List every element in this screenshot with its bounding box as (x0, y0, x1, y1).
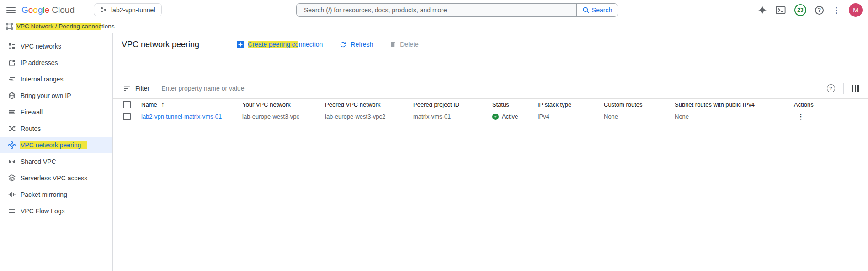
sidebar-item-routes[interactable]: Routes (0, 120, 112, 137)
firewall-icon (8, 108, 16, 116)
breadcrumb-current-rest: tions (101, 23, 115, 30)
sidebar-item-firewall[interactable]: Firewall (0, 104, 112, 120)
user-avatar[interactable]: M (849, 3, 863, 17)
breadcrumb-link-vpc-network[interactable]: VPC Network (16, 23, 53, 30)
sidebar-item-label: Shared VPC (21, 158, 56, 165)
help-glyph: ? (829, 86, 832, 91)
search-button[interactable]: Search (576, 4, 618, 16)
table-filter-bar: Filter ? (113, 78, 868, 99)
refresh-icon (339, 41, 347, 49)
search-input[interactable] (297, 4, 576, 16)
delete-label: Delete (400, 41, 418, 48)
sidebar-item-vpc-flow-logs[interactable]: VPC Flow Logs (0, 203, 112, 219)
trash-icon (389, 41, 396, 48)
column-display-options-icon[interactable] (852, 85, 859, 92)
vpc-network-product-icon (5, 22, 13, 30)
help-glyph: ? (818, 7, 821, 13)
create-label-rest: nnection (298, 41, 323, 48)
more-options-icon[interactable]: ⋮ (832, 5, 840, 15)
menu-hamburger-icon[interactable] (6, 7, 16, 13)
cloud-logo-text: Cloud (52, 5, 75, 15)
top-app-bar: Google Cloud lab2-vpn-tunnel Search (0, 0, 868, 20)
packet-mirroring-icon (8, 190, 16, 199)
refresh-button[interactable]: Refresh (339, 41, 373, 49)
routes-icon (8, 125, 16, 133)
main-content: VPC network peering Create peering conne… (113, 33, 868, 271)
refresh-label: Refresh (351, 41, 373, 48)
vpc-network-sidebar: VPC networks IP addresses Internal range… (0, 33, 113, 271)
sidebar-item-label: Firewall (21, 108, 43, 116)
toolbar-spacer (113, 56, 868, 78)
avatar-initial: M (853, 6, 858, 14)
sidebar-item-label: VPC Flow Logs (21, 207, 64, 215)
search-button-label: Search (592, 6, 612, 14)
vpc-flow-logs-icon (8, 207, 16, 215)
sidebar-item-label: Serverless VPC access (21, 174, 87, 182)
column-header-ip-stack-type: IP stack type (538, 101, 604, 108)
sidebar-item-bring-your-own-ip[interactable]: Bring your own IP (0, 87, 112, 104)
sidebar-item-vpc-networks[interactable]: VPC networks (0, 38, 112, 54)
breadcrumb: VPC Network / Peering connections (0, 20, 868, 33)
sort-ascending-icon: ↑ (161, 101, 165, 108)
search-icon (582, 6, 590, 14)
vpc-network-peering-icon (8, 141, 16, 149)
status-active-icon (492, 114, 499, 120)
cell-your-vpc-network: lab-europe-west3-vpc (242, 113, 325, 120)
row-checkbox[interactable] (123, 113, 131, 120)
select-all-checkbox[interactable] (123, 101, 131, 108)
peering-table-card: Filter ? Name ↑ Your VPC network Peered … (113, 78, 868, 123)
filter-help-icon[interactable]: ? (827, 84, 835, 92)
cell-peered-project-id: matrix-vms-01 (413, 113, 492, 120)
help-icon[interactable]: ? (815, 6, 824, 15)
ip-addresses-icon (8, 59, 16, 67)
gemini-spark-icon[interactable] (758, 5, 767, 15)
notifications-count-badge[interactable]: 23 (794, 4, 806, 16)
column-header-name[interactable]: Name ↑ (141, 101, 242, 108)
notification-count: 23 (797, 7, 803, 13)
sidebar-item-ip-addresses[interactable]: IP addresses (0, 54, 112, 71)
column-header-peered-vpc-network: Peered VPC network (325, 101, 413, 108)
breadcrumb-current-highlighted: / Peering connec (53, 23, 101, 30)
create-label-highlighted: Create peering co (248, 41, 298, 48)
status-label: Active (502, 113, 518, 120)
sidebar-item-label: Internal ranges (21, 76, 63, 83)
project-name: lab2-vpn-tunnel (111, 6, 155, 14)
more-glyph: ⋮ (797, 113, 804, 120)
google-logo-letters: Google (21, 5, 49, 15)
vpc-networks-icon (8, 42, 16, 50)
cloud-shell-icon[interactable] (776, 5, 786, 15)
serverless-vpc-access-icon (8, 174, 16, 182)
create-peering-connection-button[interactable]: Create peering connection (237, 41, 323, 48)
column-label: Name (141, 101, 157, 108)
project-icon (100, 6, 107, 13)
sidebar-item-label: VPC network peering (20, 141, 87, 149)
internal-ranges-icon (8, 75, 16, 83)
sidebar-item-serverless-vpc-access[interactable]: Serverless VPC access (0, 170, 112, 186)
sidebar-item-label: Bring your own IP (21, 92, 71, 99)
google-cloud-logo[interactable]: Google Cloud (21, 5, 75, 15)
sidebar-item-shared-vpc[interactable]: Shared VPC (0, 153, 112, 170)
page-title: VPC network peering (122, 40, 199, 49)
shared-vpc-icon (8, 157, 16, 166)
page-toolbar: VPC network peering Create peering conne… (113, 33, 868, 56)
sidebar-item-label: VPC networks (21, 43, 61, 50)
column-header-peered-project-id: Peered project ID (413, 101, 492, 108)
sidebar-item-label: Packet mirroring (21, 191, 67, 198)
topbar-right-group: 23 ? ⋮ M (758, 0, 863, 20)
peering-name-link[interactable]: lab2-vpn-tunnel-matrix-vms-01 (141, 113, 222, 120)
filter-input[interactable] (161, 85, 826, 92)
sidebar-item-label: IP addresses (21, 59, 58, 66)
cell-subnet-routes: None (675, 113, 794, 120)
filter-bar-divider (843, 83, 844, 94)
column-header-status: Status (492, 101, 538, 108)
sidebar-item-internal-ranges[interactable]: Internal ranges (0, 71, 112, 87)
breadcrumb-text: VPC Network / Peering connections (16, 23, 115, 30)
delete-button[interactable]: Delete (389, 41, 418, 48)
cell-peered-vpc-network: lab-europe-west3-vpc2 (325, 113, 413, 120)
row-actions-menu-icon[interactable]: ⋮ (797, 112, 805, 121)
sidebar-item-vpc-network-peering[interactable]: VPC network peering (0, 137, 112, 153)
filter-label: Filter (135, 85, 149, 92)
table-row: lab2-vpn-tunnel-matrix-vms-01 lab-europe… (113, 110, 868, 123)
project-selector[interactable]: lab2-vpn-tunnel (94, 3, 162, 16)
sidebar-item-packet-mirroring[interactable]: Packet mirroring (0, 186, 112, 203)
